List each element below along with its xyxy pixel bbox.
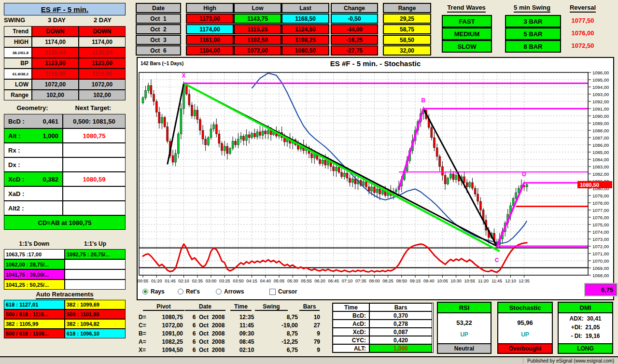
- date-col-header: Date: [185, 303, 225, 311]
- swing-3day-value: 1135,04: [32, 47, 79, 58]
- trend-wave-medium: MEDIUM: [442, 28, 492, 40]
- timebars-value: 0,087: [369, 328, 432, 336]
- arrows-radio-icon[interactable]: [216, 289, 222, 294]
- pivot-cell: 6 Oct 2008: [183, 313, 234, 321]
- stochastic-title: Stochastic: [498, 303, 552, 313]
- rays-radio[interactable]: Rays: [142, 288, 165, 295]
- one2one-down-title: 1:1's Down: [4, 240, 65, 247]
- svg-text:02:35: 02:35: [192, 279, 203, 283]
- daily-hll-header: Last: [281, 3, 329, 13]
- svg-text:10:30: 10:30: [450, 279, 462, 283]
- swing-row-label: 61.8/38.2: [4, 69, 32, 79]
- svg-text:1077,00: 1077,00: [592, 208, 609, 213]
- svg-text:1090,00: 1090,00: [592, 113, 609, 119]
- dmi-adx: ADX: 30,41: [559, 315, 612, 322]
- retracement-cell: 382 : 1094,82: [65, 319, 126, 329]
- pivot-cell: 1091,00: [151, 329, 183, 337]
- svg-text:1089,00: 1089,00: [592, 121, 609, 126]
- retracement-cell: 382 : 1105,99: [4, 319, 65, 329]
- geometry-header: Geometry: Next Target:: [4, 104, 126, 112]
- one2one-down-cell: 1041,25 : 50,25/...: [4, 280, 65, 290]
- svg-text:1083,00: 1083,00: [592, 164, 609, 169]
- svg-text:06:20: 06:20: [314, 279, 325, 283]
- one2one-up-cell: [65, 259, 126, 269]
- geometry-ratio-cell: XcD :0,382: [4, 172, 63, 186]
- daily-date-table: DateOct 1Oct 2Oct 3Oct 6: [136, 3, 181, 56]
- geometry-target-cell: [63, 186, 126, 201]
- rays-radio-icon[interactable]: [142, 289, 148, 294]
- svg-text:03:50: 03:50: [233, 279, 244, 283]
- one2one-down-cell: 1041,75 : 39,00/...: [4, 269, 65, 280]
- svg-text:1088,00: 1088,00: [592, 128, 609, 133]
- cursor-checkbox-icon[interactable]: [269, 289, 276, 295]
- rets-radio[interactable]: Ret's: [178, 288, 200, 295]
- rets-radio-icon[interactable]: [178, 289, 183, 294]
- dmi-minus-di: - DI: 19,16: [559, 333, 612, 339]
- swing-row-label: BP: [4, 58, 32, 69]
- chart-panel: 142 Bars (~1 Days) ES #F - 5 min. - Stoc…: [137, 57, 614, 300]
- swing-range-box: 6,75: [585, 284, 617, 295]
- svg-text:07:35: 07:35: [355, 279, 366, 283]
- bars-col-header: Bars: [299, 303, 320, 311]
- daily-hll-table: HighLowLast1173,001143,751168,501174,001…: [186, 3, 329, 56]
- swing5-header: 5 min Swing: [505, 4, 559, 11]
- pivot-col-header: Pivot: [143, 303, 184, 311]
- stochastic-status: Overbought: [498, 343, 552, 353]
- daily-hll-header: Low: [234, 3, 281, 13]
- swing-header-2day: 2 DAY: [80, 16, 126, 25]
- cursor-checkbox[interactable]: Cursor: [269, 288, 297, 295]
- trend-wave-fast: FAST: [442, 15, 492, 28]
- arrows-radio-label: Arrows: [224, 288, 244, 295]
- pivot-cell: 6 Oct 2008: [183, 321, 234, 329]
- pivot-cell: X=: [139, 346, 151, 354]
- svg-text:10:55: 10:55: [464, 279, 476, 283]
- daily-range-cell: 32,00: [383, 45, 431, 56]
- svg-text:1070,00: 1070,00: [592, 258, 609, 264]
- daily-high-cell: 1173,00: [186, 14, 234, 24]
- dmi-title: DMI: [559, 303, 612, 313]
- pivot-cell: B=: [139, 329, 151, 337]
- one2one-table: 1063,75 :17,001092,75 : 20,75/...1062,00…: [4, 249, 126, 290]
- timebars-header: Bars: [369, 303, 432, 311]
- daily-change-cell: -0,50: [331, 14, 378, 24]
- retracement-cell: 618 : 1127,01: [4, 300, 65, 309]
- swing-2day-value: 1174,00: [79, 37, 126, 47]
- rsi-status: Neutral: [438, 343, 491, 353]
- timebars-label: CYC:: [333, 336, 369, 344]
- reversal-header: Reversal: [564, 4, 602, 11]
- daily-date-header: Date: [136, 3, 181, 13]
- svg-text:1072,00: 1072,00: [592, 244, 609, 249]
- svg-text:08:50: 08:50: [396, 279, 407, 283]
- daily-change-header: Change: [331, 3, 378, 13]
- trend-waves-header: Trend Waves: [442, 4, 491, 11]
- geometry-footer: CD=AB at 1080,75: [4, 215, 126, 230]
- rsi-panel: RSI 53,22 UP Neutral: [437, 302, 492, 354]
- daily-high-cell: 1104,00: [186, 45, 234, 56]
- daily-range-table: Range29,2558,7558,5032,00: [383, 3, 431, 56]
- geometry-title: Geometry:: [4, 104, 61, 112]
- pivot-label-X: X: [182, 72, 186, 79]
- dmi-plus-di: +DI: 21,05: [559, 324, 612, 331]
- svg-text:1071,00: 1071,00: [592, 251, 609, 256]
- swing-2day-value: 1135,04: [79, 47, 126, 58]
- pivot-cell: 12:35: [234, 313, 259, 321]
- pivot-label-D: D: [522, 171, 526, 178]
- daily-high-cell: 1174,00: [186, 24, 234, 34]
- svg-text:1091,00: 1091,00: [592, 106, 609, 112]
- one2one-up-cell: 1092,75 : 20,75/...: [65, 249, 126, 259]
- pivot-cell: 79: [298, 337, 320, 346]
- pivot-cell: 9: [298, 329, 320, 337]
- reversal-title: Reversal: [570, 4, 596, 13]
- retracement-cell: 618 : 1096,10: [65, 329, 126, 338]
- pivot-cell: C=: [139, 321, 151, 329]
- arrows-radio[interactable]: Arrows: [216, 288, 244, 295]
- swing-col-header: Swing: [255, 303, 288, 311]
- time-col-header: Time: [230, 303, 252, 311]
- stochastic-panel: Stochastic 95,96 UP Overbought: [497, 302, 553, 354]
- one2one-up-title: 1:1's Up: [65, 240, 126, 247]
- timebars-table: TimeBarsBcD:0,370AcD:0,278XcD:0,087CYC:0…: [332, 303, 434, 353]
- geometry-ratio-cell: Alt :1,000: [4, 128, 63, 143]
- swing-2day-value: DOWN: [79, 26, 126, 37]
- pivot-cell: 9: [298, 346, 320, 354]
- swing-3day-value: DOWN: [32, 26, 79, 37]
